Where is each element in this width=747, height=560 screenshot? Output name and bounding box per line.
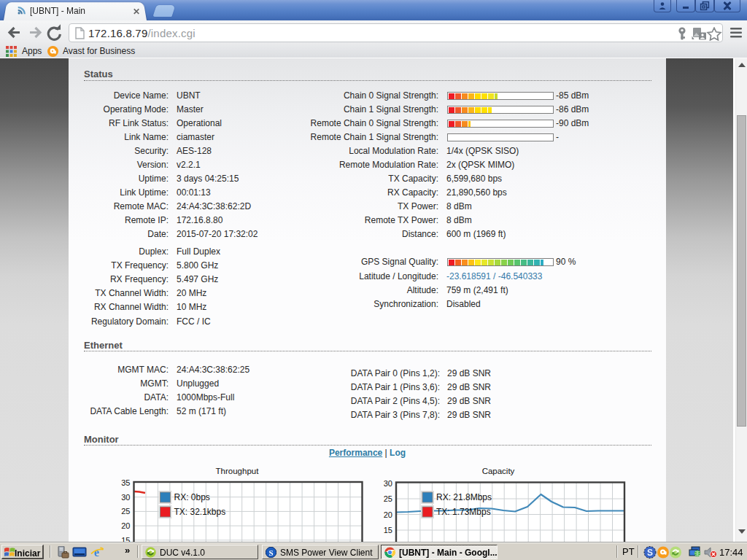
svg-text:15: 15 [121,536,130,542]
svg-text:Throughput: Throughput [216,467,260,475]
svg-text:15: 15 [384,526,392,534]
svg-text:25: 25 [384,494,392,503]
svg-text:Capacity: Capacity [482,467,515,475]
svg-text:TX: 1.73Mbps: TX: 1.73Mbps [436,507,491,517]
svg-text:30: 30 [384,479,392,488]
svg-text:20: 20 [384,510,392,519]
svg-text:30: 30 [121,493,130,502]
svg-text:20: 20 [121,521,130,530]
svg-text:S: S [647,548,653,558]
svg-text:e: e [94,546,99,559]
svg-text:RX: 0bps: RX: 0bps [174,492,210,502]
svg-text:25: 25 [121,507,130,516]
svg-text:RX: 21.8Mbps: RX: 21.8Mbps [436,492,492,502]
svg-text:S: S [268,548,273,557]
svg-text:35: 35 [121,478,130,487]
svg-text:TX: 32.1kbps: TX: 32.1kbps [174,507,226,517]
